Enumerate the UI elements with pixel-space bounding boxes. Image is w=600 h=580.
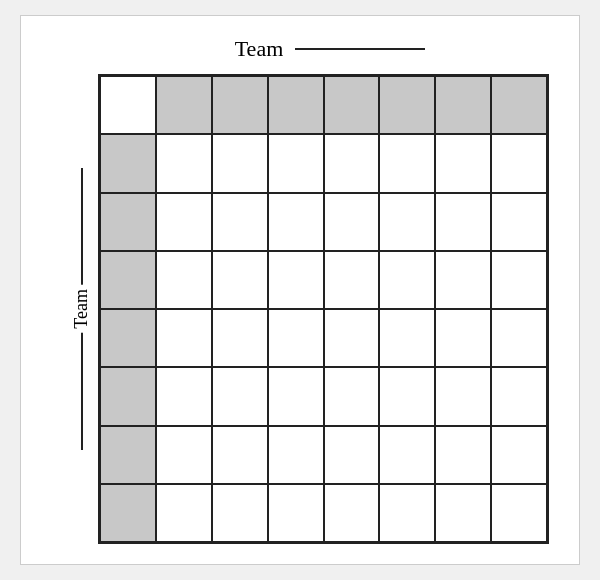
table-row [435, 426, 491, 484]
table-row [100, 76, 156, 134]
table-row [491, 426, 547, 484]
table-row [212, 309, 268, 367]
table-row [435, 76, 491, 134]
table-row [268, 134, 324, 192]
table-row [156, 134, 212, 192]
table-row [212, 134, 268, 192]
table-row [268, 367, 324, 425]
table-row [435, 367, 491, 425]
table-row [324, 367, 380, 425]
header-underline [295, 48, 425, 50]
table-row [491, 484, 547, 542]
table-row [379, 426, 435, 484]
table-row [379, 193, 435, 251]
grid-wrapper: Team [71, 74, 549, 544]
table-row [435, 251, 491, 309]
table-row [324, 484, 380, 542]
table-row [324, 251, 380, 309]
table-row [268, 309, 324, 367]
grid-container [98, 74, 549, 544]
side-team-label: Team [71, 285, 92, 333]
table-row [100, 309, 156, 367]
table-row [435, 134, 491, 192]
table-row [268, 76, 324, 134]
table-row [156, 367, 212, 425]
table-row [156, 484, 212, 542]
table-row [100, 193, 156, 251]
table-row [268, 484, 324, 542]
page: Team Team [20, 15, 580, 565]
table-row [212, 426, 268, 484]
table-row [379, 76, 435, 134]
table-row [324, 426, 380, 484]
table-row [491, 76, 547, 134]
table-row [491, 367, 547, 425]
table-row [324, 309, 380, 367]
header: Team [71, 36, 549, 62]
table-row [435, 309, 491, 367]
table-row [212, 193, 268, 251]
table-row [100, 426, 156, 484]
table-row [435, 484, 491, 542]
table-row [212, 367, 268, 425]
table-row [156, 193, 212, 251]
table-row [379, 251, 435, 309]
table-row [212, 251, 268, 309]
side-label-container: Team [71, 74, 92, 544]
table-row [100, 251, 156, 309]
table-row [324, 76, 380, 134]
table-row [379, 309, 435, 367]
table-row [491, 309, 547, 367]
table-row [491, 251, 547, 309]
table-row [212, 484, 268, 542]
table-row [156, 426, 212, 484]
table-row [379, 484, 435, 542]
table-row [100, 134, 156, 192]
table-row [156, 251, 212, 309]
table-row [379, 134, 435, 192]
table-row [379, 367, 435, 425]
table-row [212, 76, 268, 134]
table-row [268, 193, 324, 251]
table-row [435, 193, 491, 251]
table-row [491, 134, 547, 192]
table-row [156, 76, 212, 134]
header-team-label: Team [235, 36, 284, 62]
table-row [100, 484, 156, 542]
table-row [268, 426, 324, 484]
table-row [100, 367, 156, 425]
table-row [268, 251, 324, 309]
table-row [324, 134, 380, 192]
table-row [324, 193, 380, 251]
table-row [156, 309, 212, 367]
table-row [491, 193, 547, 251]
